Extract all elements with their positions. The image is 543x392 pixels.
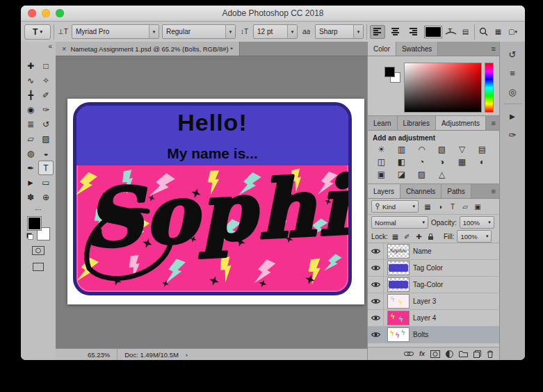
fill-field[interactable]: 100% ▾ (457, 230, 492, 243)
smart-object-filter-icon[interactable]: ▣ (472, 201, 483, 212)
lock-transparency-icon[interactable]: ▦ (391, 231, 400, 241)
close-tab-icon[interactable]: × (62, 44, 66, 53)
search-button[interactable] (478, 25, 489, 39)
lock-pixels-icon[interactable]: ✐ (403, 231, 412, 241)
layer-name[interactable]: Tag-Color (413, 281, 443, 288)
font-style-select[interactable]: Regular ▾ (162, 24, 236, 39)
eyedropper-tool[interactable]: ✐ (38, 88, 54, 102)
healing-brush-tool[interactable]: ◉ (23, 102, 38, 117)
warp-text-button[interactable]: T (445, 25, 457, 39)
layer-visibility-toggle[interactable] (368, 277, 384, 293)
foreground-color-swatch[interactable] (384, 67, 395, 77)
layer-name[interactable]: Layer 4 (413, 314, 436, 322)
layer-thumbnail[interactable]: Sophie (387, 244, 410, 259)
adjustment-layer-filter-icon[interactable]: ◑ (435, 201, 446, 212)
link-layers-button[interactable] (404, 349, 414, 359)
quick-selection-tool[interactable]: ✧ (38, 73, 54, 88)
blur-tool[interactable]: ◍ (23, 146, 38, 161)
layer-row[interactable]: Tag Color (368, 260, 500, 277)
levels-adjustment[interactable]: ▥ (391, 143, 412, 156)
screen-mode-button[interactable]: ▢▾ (507, 25, 519, 39)
delete-layer-button[interactable] (487, 349, 494, 359)
status-popup-chevron[interactable]: › (186, 351, 188, 359)
anti-alias-select[interactable]: Sharp ▾ (315, 24, 364, 39)
layer-thumbnail[interactable]: ϟϟ (387, 294, 410, 309)
lasso-tool[interactable]: ∿ (23, 73, 38, 88)
new-adjustment-layer-button[interactable] (446, 349, 453, 359)
align-right-button[interactable] (406, 25, 421, 39)
hue-slider[interactable] (485, 63, 494, 113)
move-tool[interactable]: ✚ (23, 58, 38, 73)
layer-row[interactable]: Tag-Color (368, 277, 500, 293)
text-color-swatch[interactable] (424, 26, 442, 38)
workspace-switcher-button[interactable]: ▦ (492, 25, 504, 39)
type-layer-filter-icon[interactable]: T (447, 201, 458, 212)
hand-tool[interactable]: ✽ (23, 190, 38, 204)
dodge-tool[interactable]: ◒ (38, 146, 54, 161)
close-window-button[interactable] (28, 9, 36, 17)
layer-thumbnail[interactable]: ϟϟϟ (387, 327, 410, 342)
layer-thumbnail[interactable] (387, 277, 410, 292)
layer-name[interactable]: Name (413, 247, 432, 255)
layer-thumbnail[interactable] (387, 261, 410, 275)
screen-mode-toggle-button[interactable] (21, 263, 56, 271)
tool-preset-picker[interactable]: T ▾ (24, 24, 51, 40)
posterize-adjustment[interactable]: ▣ (371, 168, 391, 181)
path-selection-tool[interactable]: ► (23, 175, 38, 190)
invert-adjustment[interactable]: ◐ (472, 156, 492, 168)
lock-all-icon[interactable] (426, 231, 435, 241)
vibrance-adjustment[interactable]: ▽ (452, 143, 472, 156)
selective-color-adjustment[interactable]: △ (432, 168, 452, 181)
foreground-color-swatch[interactable] (28, 217, 41, 230)
brush-tool[interactable]: ✑ (38, 102, 54, 117)
lock-position-icon[interactable]: ✚ (414, 231, 423, 241)
panel-menu-icon[interactable]: ≡ (487, 116, 500, 130)
font-family-select[interactable]: Myriad Pro ▾ (72, 24, 159, 39)
properties-panel-icon[interactable]: ≡ (505, 66, 520, 80)
layer-row[interactable]: ϟϟLayer 3 (368, 293, 500, 310)
threshold-adjustment[interactable]: ◪ (391, 168, 412, 181)
document-tab[interactable]: × Nametag Assignment 1.psd @ 65.2% (Bolt… (56, 42, 240, 56)
text-orientation-button[interactable]: ⊥T (57, 25, 69, 39)
layer-visibility-toggle[interactable] (368, 310, 384, 326)
crop-tool[interactable]: ╋ (23, 88, 38, 102)
document-size-info[interactable]: Doc: 1.49M/10.5M (124, 351, 179, 359)
align-left-button[interactable] (370, 25, 385, 39)
info-panel-icon[interactable]: ◎ (505, 85, 520, 99)
layer-name[interactable]: Bolts (413, 331, 428, 338)
panel-menu-icon[interactable]: ≡ (487, 42, 500, 56)
add-layer-mask-button[interactable] (430, 349, 440, 359)
layer-visibility-toggle[interactable] (368, 243, 384, 259)
history-brush-tool[interactable]: ↺ (38, 117, 54, 131)
layer-visibility-toggle[interactable] (368, 327, 384, 343)
tab-paths[interactable]: Paths (441, 184, 471, 198)
layer-visibility-toggle[interactable] (368, 260, 384, 276)
brightness-contrast-adjustment[interactable]: ☀ (371, 143, 391, 156)
layer-row[interactable]: ϟϟLayer 4 (368, 310, 500, 327)
curves-adjustment[interactable]: ◠ (412, 143, 432, 156)
gradient-map-adjustment[interactable]: ▨ (412, 168, 432, 181)
exposure-adjustment[interactable]: ▧ (432, 143, 452, 156)
layer-thumbnail[interactable]: ϟϟ (387, 311, 410, 325)
black-white-adjustment[interactable]: ◧ (391, 156, 412, 168)
zoom-window-button[interactable] (56, 9, 64, 17)
tab-color[interactable]: Color (368, 42, 396, 56)
tab-learn[interactable]: Learn (368, 116, 398, 130)
color-balance-adjustment[interactable]: ◫ (371, 156, 391, 168)
new-layer-button[interactable] (473, 349, 481, 359)
tab-libraries[interactable]: Libraries (398, 116, 436, 130)
layer-filter-kind-select[interactable]: Kind ▾ (371, 200, 419, 213)
channel-mixer-adjustment[interactable]: ◑ (432, 156, 452, 168)
panel-menu-icon[interactable]: ≡ (487, 184, 500, 198)
align-center-button[interactable] (388, 25, 403, 39)
layer-name[interactable]: Tag Color (413, 264, 443, 272)
edit-toolbar-button[interactable]: ⋯ (21, 206, 56, 213)
layer-visibility-toggle[interactable] (368, 293, 384, 309)
brushes-panel-icon[interactable]: ✑ (505, 128, 520, 142)
quick-mask-button[interactable] (21, 246, 56, 255)
zoom-level-field[interactable]: 65.23% (88, 349, 117, 360)
saturation-brightness-field[interactable] (404, 63, 482, 113)
tab-layers[interactable]: Layers (368, 184, 400, 198)
layer-style-button[interactable]: fx (419, 349, 425, 359)
eraser-tool[interactable]: ▱ (23, 131, 38, 146)
